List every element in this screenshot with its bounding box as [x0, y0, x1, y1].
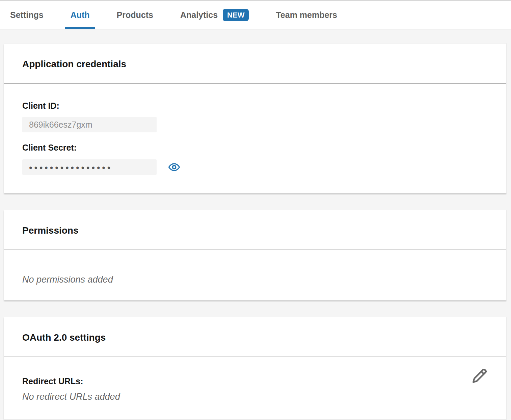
reveal-secret-button[interactable]	[167, 161, 181, 173]
client-id-value[interactable]: 869ik66esz7gxm	[22, 117, 157, 132]
redirect-urls-label: Redirect URLs:	[22, 376, 488, 386]
page-content: Application credentials Client ID: 869ik…	[0, 29, 511, 420]
client-secret-row: ••••••••••••••••	[22, 159, 488, 175]
tab-team-members-label: Team members	[276, 10, 337, 20]
oauth-settings-header: OAuth 2.0 settings	[4, 317, 506, 357]
eye-icon	[168, 162, 180, 172]
oauth-settings-body: Redirect URLs: No redirect URLs added	[4, 357, 506, 419]
pencil-icon	[472, 368, 488, 384]
tab-auth-label: Auth	[71, 10, 90, 20]
tab-analytics[interactable]: Analytics NEW	[175, 1, 254, 29]
tab-auth[interactable]: Auth	[65, 1, 95, 29]
tab-bar: Settings Auth Products Analytics NEW Tea…	[0, 0, 511, 29]
tab-analytics-label: Analytics	[180, 10, 218, 20]
tab-products[interactable]: Products	[111, 1, 159, 29]
application-credentials-body: Client ID: 869ik66esz7gxm Client Secret:…	[4, 84, 506, 193]
tab-team-members[interactable]: Team members	[270, 1, 343, 29]
permissions-title: Permissions	[22, 225, 488, 236]
client-secret-value[interactable]: ••••••••••••••••	[22, 159, 157, 175]
permissions-empty-text: No permissions added	[22, 274, 488, 285]
redirect-urls-empty-text: No redirect URLs added	[22, 392, 488, 402]
permissions-body: No permissions added	[4, 250, 506, 300]
tab-settings-label: Settings	[10, 10, 44, 20]
application-credentials-header: Application credentials	[4, 44, 506, 84]
new-badge: NEW	[223, 9, 249, 21]
tab-products-label: Products	[117, 10, 153, 20]
application-credentials-title: Application credentials	[22, 58, 488, 70]
permissions-card: Permissions No permissions added	[4, 210, 507, 300]
client-secret-label: Client Secret:	[22, 142, 488, 153]
application-credentials-card: Application credentials Client ID: 869ik…	[4, 43, 507, 193]
edit-redirect-urls-button[interactable]	[471, 367, 488, 384]
oauth-settings-card: OAuth 2.0 settings Redirect URLs: No red…	[4, 317, 507, 420]
tab-settings[interactable]: Settings	[5, 1, 49, 29]
permissions-header: Permissions	[4, 210, 506, 250]
oauth-settings-title: OAuth 2.0 settings	[22, 332, 488, 343]
client-id-label: Client ID:	[22, 101, 488, 111]
